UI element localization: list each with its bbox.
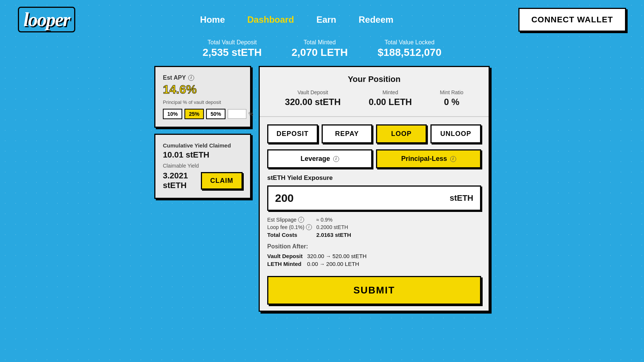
est-slippage-value: ≈ 0.9% [316,217,481,223]
loop-fee-info-icon[interactable]: i [306,224,312,230]
stat-total-vault-deposit: Total Vault Deposit 2,535 stETH [203,39,262,58]
stat-total-minted: Total Minted 2,070 LETH [291,39,348,58]
toggle-principal-less[interactable]: Principal-Less i [376,149,481,168]
total-vault-deposit-value: 2,535 stETH [203,47,262,58]
cumulative-value: 10.01 stETH [163,150,243,160]
total-minted-label: Total Minted [291,39,348,46]
pos-minted-label: Minted [369,89,412,95]
total-value-locked-label: Total Value Locked [378,39,441,46]
tab-row: DEPOSIT REPAY LOOP UNLOOP [260,117,489,143]
pos-stat-mint-ratio: Mint Ratio 0 % [440,89,463,107]
pct-btn-50[interactable]: 50% [206,109,225,119]
left-panel: Est APY i 14.6% Principal % of vault dep… [154,66,251,312]
est-slippage-key: Est Slippage i [267,217,312,223]
pct-symbol: % [249,111,253,117]
connect-wallet-button[interactable]: CONNECT WALLET [518,8,626,32]
currency-label: stETH [449,193,473,203]
apy-value: 14.6% [163,83,243,96]
loop-fee-value: 0.2000 stETH [316,224,481,230]
nav: Home Dashboard Earn Redeem [200,15,394,25]
yield-exposure-label: stETH Yield Exposure [267,174,481,182]
claimable-row: 3.2021 stETH CLAIM [163,171,243,190]
position-after-grid: Vault Deposit 320.00 → 520.00 stETH LETH… [267,253,481,267]
stats-bar: Total Vault Deposit 2,535 stETH Total Mi… [0,39,644,58]
est-slippage-info-icon[interactable]: i [298,217,304,223]
apy-info-icon[interactable]: i [188,75,194,81]
loop-fee-key: Loop fee (0.1%) i [267,224,312,230]
pct-custom-input[interactable] [228,109,246,119]
pos-vault-deposit-value: 320.00 stETH [285,97,341,107]
toggle-leverage[interactable]: Leverage i [267,149,372,168]
amount-input-row: stETH [267,185,481,211]
apy-card: Est APY i 14.6% Principal % of vault dep… [154,66,251,128]
toggle-row: Leverage i Principal-Less i [260,143,489,168]
leverage-info-icon[interactable]: i [333,156,339,162]
pos-mint-ratio-label: Mint Ratio [440,89,463,95]
header: looper Home Dashboard Earn Redeem CONNEC… [0,0,644,39]
pos-stat-minted: Minted 0.00 LETH [369,89,412,107]
tab-deposit[interactable]: DEPOSIT [267,124,318,143]
tab-unloop[interactable]: UNLOOP [430,124,481,143]
pa-vault-deposit-key: Vault Deposit [267,253,303,259]
claimable-label: Claimable Yield [163,163,243,169]
pct-btn-10[interactable]: 10% [163,109,182,119]
arrow-icon: → [326,253,332,259]
arrow-icon-2: → [319,261,326,267]
pct-btn-25[interactable]: 25% [184,109,204,119]
pos-vault-deposit-label: Vault Deposit [285,89,341,95]
pa-vault-deposit-value: 320.00 → 520.00 stETH [307,253,481,259]
percent-buttons: 10% 25% 50% % [163,109,243,119]
total-value-locked-value: $188,512,070 [378,47,441,58]
total-minted-value: 2,070 LETH [291,47,348,58]
pa-leth-minted-key: LETH Minted [267,261,303,267]
pos-minted-value: 0.00 LETH [369,97,412,107]
claimable-value: 3.2021 stETH [163,171,195,190]
stat-total-value-locked: Total Value Locked $188,512,070 [378,39,441,58]
total-costs-value: 2.0163 stETH [316,232,481,238]
apy-card-title: Est APY i [163,74,243,81]
tab-loop[interactable]: LOOP [376,124,427,143]
main-content: Est APY i 14.6% Principal % of vault dep… [0,66,644,312]
nav-redeem[interactable]: Redeem [359,15,393,25]
total-vault-deposit-label: Total Vault Deposit [203,39,262,46]
tab-repay[interactable]: REPAY [322,124,372,143]
details-grid: Est Slippage i ≈ 0.9% Loop fee (0.1%) i … [267,217,481,238]
form-area: stETH Yield Exposure stETH Est Slippage … [260,168,489,311]
position-title: Your Position [271,74,477,84]
logo: looper [18,7,75,32]
position-after-title: Position After: [267,243,481,250]
position-stats: Vault Deposit 320.00 stETH Minted 0.00 L… [271,89,477,107]
nav-home[interactable]: Home [200,15,225,25]
cumulative-title: Cumulative Yield Claimed [163,142,243,149]
submit-button[interactable]: SUBMIT [267,276,481,305]
your-position: Your Position Vault Deposit 320.00 stETH… [260,67,489,117]
claim-button[interactable]: CLAIM [201,172,243,190]
nav-dashboard[interactable]: Dashboard [247,15,294,25]
pos-mint-ratio-value: 0 % [440,97,463,107]
yield-card: Cumulative Yield Claimed 10.01 stETH Cla… [154,134,251,199]
pa-leth-minted-value: 0.00 → 200.00 LETH [307,261,481,267]
nav-earn[interactable]: Earn [316,15,336,25]
principal-less-info-icon[interactable]: i [450,156,456,162]
pos-stat-vault-deposit: Vault Deposit 320.00 stETH [285,89,341,107]
total-costs-key: Total Costs [267,232,312,238]
amount-input[interactable] [275,192,449,204]
principal-label: Principal % of vault deposit [163,99,243,105]
right-panel: Your Position Vault Deposit 320.00 stETH… [259,66,490,312]
